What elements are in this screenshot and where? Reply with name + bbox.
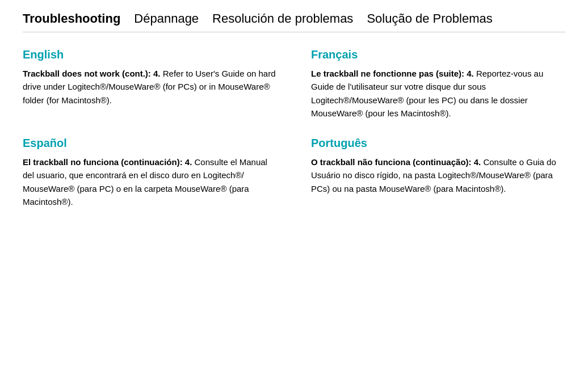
section-heading-portugues: Português [311,137,565,150]
header: Troubleshooting Dépannage Resolución de … [23,11,565,32]
page-container: Troubleshooting Dépannage Resolución de … [0,0,588,387]
section-heading-francais: Français [311,48,565,61]
section-body-bold-espanol: El trackball no funciona (continuación):… [23,157,192,167]
section-body-bold-francais: Le trackball ne fonctionne pas (suite): … [311,69,474,78]
section-body-portugues: O trackball não funciona (continuação): … [311,155,565,195]
section-english: English Trackball does not work (cont.):… [23,48,277,120]
section-body-espanol: El trackball no funciona (continuación):… [23,155,277,208]
page-title-depannage: Dépannage [134,11,199,26]
page-title-solucao: Solução de Problemas [367,11,492,26]
section-heading-espanol: Español [23,137,277,150]
section-portugues: Português O trackball não funciona (cont… [311,137,565,208]
section-body-bold-portugues: O trackball não funciona (continuação): … [311,157,481,167]
page-title-resolucion: Resolución de problemas [212,11,353,26]
section-espanol: Español El trackball no funciona (contin… [23,137,277,208]
section-francais: Français Le trackball ne fonctionne pas … [311,48,565,120]
content-grid: English Trackball does not work (cont.):… [23,48,565,208]
section-body-english: Trackball does not work (cont.): 4. Refe… [23,67,277,107]
section-heading-english: English [23,48,277,61]
page-title-bold: Troubleshooting [23,11,120,26]
section-body-bold-english: Trackball does not work (cont.): 4. [23,69,161,78]
section-body-francais: Le trackball ne fonctionne pas (suite): … [311,67,565,120]
